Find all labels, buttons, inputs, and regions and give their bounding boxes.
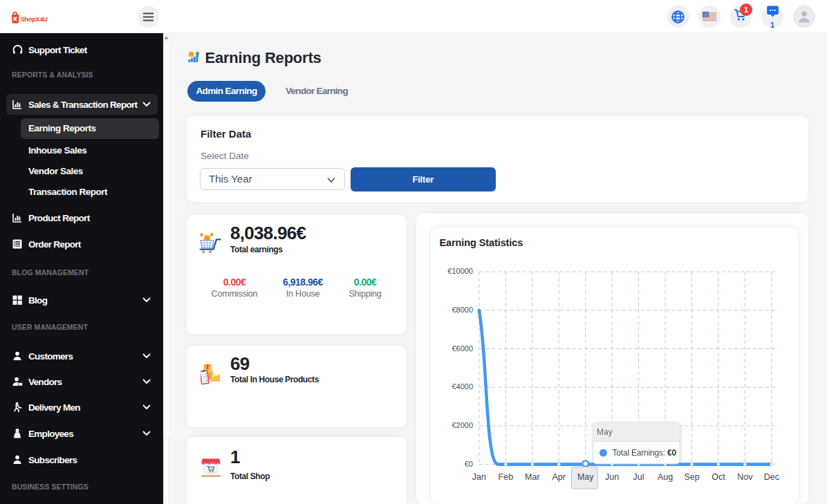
svg-text:Total Earnings: €0: Total Earnings: €0 [613,448,677,458]
svg-text:€2000: €2000 [452,421,473,429]
svg-text:Mar: Mar [525,472,540,482]
svg-text:Sep: Sep [684,472,699,482]
svg-text:€6000: €6000 [452,344,473,353]
svg-text:Jul: Jul [633,472,644,482]
svg-text:Jan: Jan [472,472,486,482]
svg-text:May: May [597,427,613,437]
svg-text:€10000: €10000 [447,267,473,275]
svg-text:€8000: €8000 [452,306,473,314]
svg-text:€0: €0 [465,460,473,468]
svg-text:€4000: €4000 [452,382,473,391]
svg-text:Apr: Apr [552,472,566,482]
svg-text:ShopX4U: ShopX4U [21,16,48,23]
svg-text:Dec: Dec [764,472,779,482]
svg-text:Oct: Oct [712,472,725,482]
svg-text:Feb: Feb [499,472,514,482]
svg-text:May: May [577,472,594,482]
svg-text:Nov: Nov [737,472,753,482]
svg-text:Jun: Jun [605,472,619,482]
svg-text:Aug: Aug [658,472,673,482]
